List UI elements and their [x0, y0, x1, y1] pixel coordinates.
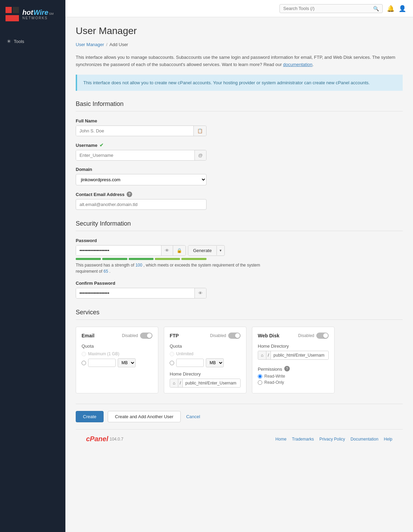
breadcrumb-separator: / [106, 42, 107, 47]
email-quota-label: Quota [82, 344, 152, 349]
contact-email-label: Contact Email Address ? [76, 192, 403, 197]
webdisk-permissions-help-icon[interactable]: ? [284, 366, 290, 371]
top-bar: 🔍 🔔 👤 [65, 0, 413, 17]
action-bar: Create Create and Add Another User Cance… [76, 404, 403, 422]
search-icon: 🔍 [373, 6, 379, 11]
confirm-password-group: Confirm Password 👁 [76, 281, 403, 298]
webdisk-service-card: Web Disk Disabled Home Directory ⌂ / pub… [252, 327, 335, 393]
confirm-password-input[interactable] [76, 288, 194, 298]
basic-information-section: Basic Information Full Name 📋 Username ✔ [76, 100, 403, 210]
footer-home-link[interactable]: Home [275, 437, 286, 442]
services-grid: Email Disabled Quota Maximum (1 GB) [76, 327, 403, 393]
email-service-name: Email [82, 333, 94, 338]
email-quota-max-radio [82, 352, 86, 356]
webdisk-service-header: Web Disk Disabled [258, 333, 329, 339]
webdisk-toggle[interactable] [316, 333, 329, 339]
search-input[interactable] [283, 6, 371, 11]
password-input-row: 👁 🔒 Generate ▾ [76, 245, 275, 256]
full-name-input-group: 📋 [76, 126, 206, 136]
email-service-card: Email Disabled Quota Maximum (1 GB) [76, 327, 158, 393]
email-quota-max-option: Maximum (1 GB) [82, 351, 152, 356]
username-at-icon: @ [194, 150, 206, 160]
logo-text: hotWireSM NETWORKS [22, 9, 54, 20]
full-name-icon: 📋 [193, 126, 206, 136]
logo-square-dark [13, 7, 19, 13]
info-banner: This interface does not allow you to cre… [76, 75, 403, 91]
contact-email-help-icon[interactable]: ? [127, 192, 132, 197]
email-service-header: Email Disabled [82, 333, 152, 339]
strength-seg-4 [155, 258, 180, 260]
password-eye-icon[interactable]: 👁 [161, 246, 173, 256]
documentation-link[interactable]: documentation [283, 62, 313, 67]
cpanel-version: 104.0.7 [109, 437, 123, 442]
security-info-title: Security Information [76, 220, 403, 231]
footer-privacy-link[interactable]: Privacy Policy [319, 437, 345, 442]
security-information-section: Security Information Password 👁 🔒 Genera… [76, 220, 403, 298]
ftp-home-icon: ⌂ [170, 379, 178, 387]
username-input[interactable] [76, 150, 194, 160]
webdisk-perm-ro-option: Read-Only [258, 380, 329, 385]
webdisk-perm-rw-radio[interactable] [258, 374, 262, 379]
generate-caret-icon[interactable]: ▾ [216, 246, 224, 255]
services-section: Services Email Disabled Quota [76, 309, 403, 393]
ftp-service-name: FTP [170, 333, 179, 338]
strength-seg-1 [76, 258, 101, 260]
webdisk-status-label: Disabled [298, 333, 314, 338]
services-title: Services [76, 309, 403, 320]
domain-select[interactable]: jinkowordpress.com [76, 174, 206, 185]
full-name-group: Full Name 📋 [76, 118, 403, 136]
email-status-row: Disabled [122, 333, 152, 339]
webdisk-perm-ro-radio[interactable] [258, 380, 262, 385]
generate-button[interactable]: Generate [188, 246, 216, 256]
footer-help-link[interactable]: Help [384, 437, 392, 442]
contact-email-input[interactable] [76, 199, 206, 210]
webdisk-home-icon: ⌂ [258, 351, 266, 359]
password-input[interactable] [76, 246, 161, 256]
notifications-icon[interactable]: 🔔 [387, 5, 394, 12]
email-toggle[interactable] [140, 333, 152, 339]
password-slash-eye-icon[interactable]: 🔒 [173, 246, 186, 256]
generate-button-group[interactable]: Generate ▾ [188, 245, 225, 256]
ftp-quota-label: Quota [170, 344, 241, 349]
webdisk-service-name: Web Disk [258, 333, 279, 338]
email-mb-input[interactable] [88, 359, 116, 367]
footer-documentation-link[interactable]: Documentation [351, 437, 379, 442]
ftp-quota-unlimited-radio [170, 352, 174, 356]
confirm-password-label: Confirm Password [76, 281, 403, 286]
webdisk-permissions-label: Permissions [258, 367, 282, 372]
webdisk-perm-rw-option: Read-Write [258, 374, 329, 379]
strength-text: This password has a strength of 100 , wh… [76, 262, 275, 274]
ftp-status-row: Disabled [210, 333, 241, 339]
domain-group: Domain jinkowordpress.com [76, 167, 403, 185]
email-mb-select[interactable]: MB [118, 358, 136, 367]
full-name-label: Full Name [76, 118, 403, 123]
email-mb-row: MB [88, 358, 136, 367]
full-name-input[interactable] [76, 126, 193, 136]
page-footer: cPanel 104.0.7 Home Trademarks Privacy P… [76, 429, 403, 448]
search-box[interactable]: 🔍 [279, 4, 383, 13]
ftp-mb-select[interactable]: MB [206, 358, 224, 367]
sidebar-item-tools-label: Tools [14, 39, 24, 44]
ftp-toggle[interactable] [228, 333, 241, 339]
password-label: Password [76, 238, 275, 243]
user-icon[interactable]: 👤 [399, 5, 406, 12]
ftp-mb-input[interactable] [176, 359, 204, 367]
ftp-home-slash: / [178, 379, 182, 387]
breadcrumb-user-manager[interactable]: User Manager [76, 42, 104, 47]
cancel-button[interactable]: Cancel [185, 411, 201, 422]
footer-trademarks-link[interactable]: Trademarks [292, 437, 314, 442]
username-group: Username ✔ @ [76, 142, 403, 161]
webdisk-home-dir-label: Home Directory [258, 344, 329, 349]
create-add-another-button[interactable]: Create and Add Another User [108, 411, 181, 422]
webdisk-home-dir-value: public_html/Enter_Usernam [271, 351, 328, 359]
ftp-quota-unlimited-option: Unlimited [170, 351, 241, 356]
confirm-password-input-group: 👁 [76, 288, 206, 298]
webdisk-home-dir-field: ⌂ / public_html/Enter_Usernam [258, 351, 329, 360]
ftp-quota-custom-radio[interactable] [170, 361, 174, 365]
strength-seg-3 [129, 258, 154, 260]
confirm-password-eye-icon[interactable]: 👁 [194, 288, 206, 298]
email-quota-custom-radio[interactable] [82, 361, 86, 365]
create-button[interactable]: Create [76, 411, 104, 422]
sidebar-item-tools[interactable]: ✳ Tools [0, 35, 65, 47]
contact-email-group: Contact Email Address ? [76, 192, 403, 210]
